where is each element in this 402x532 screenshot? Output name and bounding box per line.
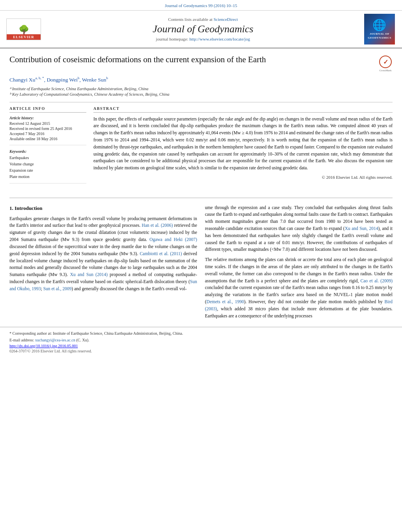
history-block: Article history: Received 12 August 2015… [9, 116, 86, 145]
article-info-heading: ARTICLE INFO [9, 106, 86, 113]
received-date: Received 12 August 2015 [9, 121, 86, 126]
intro-title-text: Introduction [15, 205, 43, 211]
section-divider [9, 198, 393, 198]
affiliation-b: ᵇ Key Laboratory of Computational Geodyn… [9, 92, 393, 96]
crossmark: ✓ CrossMark [378, 56, 393, 72]
keywords-block: Keywords: Earthquakes Volume change Expa… [9, 149, 86, 184]
accepted-date: Accepted 7 May 2016 [9, 132, 86, 136]
body-left-col: 1. Introduction Earthquakes generate cha… [9, 204, 197, 323]
keyword-1: Earthquakes [9, 155, 86, 161]
keyword-3: Expansion rate [9, 167, 86, 174]
affiliation-a: ᵃ Institute of Earthquake Science, China… [9, 86, 393, 91]
ogawa2007-link[interactable]: Ogawa and Heki (2007) [149, 237, 197, 242]
cao2009-link[interactable]: Cao et al. (2009) [361, 278, 393, 283]
homepage-link[interactable]: http://www.elsevier.com/locate/jog [190, 37, 250, 41]
keywords-subheading: Keywords: [9, 149, 86, 154]
globe-icon: 🌐 [372, 19, 387, 32]
elsevier-tree-icon: 🌳 [19, 26, 29, 34]
keyword-2: Volume change [9, 161, 86, 167]
intro-section-title: 1. Introduction [9, 204, 197, 212]
xu-sun2014-link[interactable]: Xu and Sun, 2014 [345, 226, 378, 231]
cambiotti2011-link[interactable]: Cambiotti et al. (2011) [140, 251, 182, 256]
sciencedirect-notice: Contents lists available at ScienceDirec… [47, 17, 359, 22]
intro-para-3: The relative motions among the plates ca… [205, 256, 393, 319]
article-info-panel: ARTICLE INFO Article history: Received 1… [9, 106, 86, 187]
footnote-area: * Corresponding author at: Institute of … [0, 327, 402, 355]
elsevier-label: ELSEVIER [7, 34, 41, 40]
abstract-text: In this paper, the effects of earthquake… [93, 116, 393, 172]
journal-homepage: journal homepage: http://www.elsevier.co… [47, 37, 359, 41]
intro-para-2: ume through the expression and a case st… [205, 204, 393, 254]
intro-para-1: Earthquakes generate changes in the Eart… [9, 215, 197, 293]
keywords-list: Earthquakes Volume change Expansion rate… [9, 155, 86, 180]
body-content: 1. Introduction Earthquakes generate cha… [0, 204, 402, 323]
authors: Changyi Xua, b, *, Dongping Weib, Wenke … [9, 76, 393, 83]
article-title: Contribution of coseismic deformations o… [9, 54, 374, 65]
han2006-link[interactable]: Han et al. (2006) [142, 223, 173, 228]
corresponding-author-note: * Corresponding author at: Institute of … [9, 330, 393, 336]
affiliations: ᵃ Institute of Earthquake Science, China… [9, 86, 393, 96]
email-link[interactable]: xuchangyi@cea-ies.ac.cn [35, 338, 75, 342]
article-title-section: Contribution of coseismic deformations o… [9, 54, 393, 72]
abstract-heading: ABSTRACT [93, 106, 393, 113]
email-note: E-mail address: xuchangyi@cea-ies.ac.cn … [9, 337, 393, 343]
sciencedirect-link[interactable]: ScienceDirect [214, 17, 238, 22]
geodynamics-logo: 🌐 JOURNAL OFGEODYNAMICS [364, 14, 396, 44]
main-content: Contribution of coseismic deformations o… [0, 48, 402, 191]
demets1990-link[interactable]: Demets et al., 1990 [207, 299, 244, 304]
xu2014-link[interactable]: Xu and Sun (2014) [70, 272, 108, 277]
copyright-notice: © 2016 Elsevier Ltd. All rights reserved… [93, 175, 393, 180]
top-header: Journal of Geodynamics 99 (2016) 10–15 [0, 0, 402, 11]
journal-reference: Journal of Geodynamics 99 (2016) 10–15 [165, 3, 237, 8]
abstract-panel: ABSTRACT In this paper, the effects of e… [93, 106, 393, 187]
sun1993-link[interactable]: Sun and Okubo, 1993 [9, 279, 197, 291]
journal-center: Contents lists available at ScienceDirec… [47, 17, 359, 41]
history-subheading: Article history: [9, 116, 86, 120]
journal-title-banner: Journal of Geodynamics [47, 23, 359, 35]
body-right-col: ume through the expression and a case st… [205, 204, 393, 323]
journal-banner: 🌳 ELSEVIER Contents lists available at S… [0, 11, 402, 48]
doi-url[interactable]: http://dx.doi.org/10.1016/j.jng.2016.05.… [9, 344, 78, 348]
article-info-abstract: ARTICLE INFO Article history: Received 1… [9, 102, 393, 187]
rights-text: 0264-3707/© 2016 Elsevier Ltd. All right… [9, 349, 393, 353]
online-date: Available online 18 May 2016 [9, 137, 86, 141]
doi-link: http://dx.doi.org/10.1016/j.jng.2016.05.… [9, 344, 393, 348]
crossmark-text: CrossMark [379, 69, 391, 72]
sun2009-link[interactable]: Sun et al., 2009 [43, 286, 72, 291]
geo-logo-text: JOURNAL OFGEODYNAMICS [368, 32, 391, 39]
keyword-4: Plate motion [9, 174, 86, 180]
crossmark-badge: ✓ [379, 56, 392, 68]
elsevier-logo: 🌳 ELSEVIER [6, 19, 42, 40]
revised-date: Received in revised form 25 April 2016 [9, 126, 86, 131]
